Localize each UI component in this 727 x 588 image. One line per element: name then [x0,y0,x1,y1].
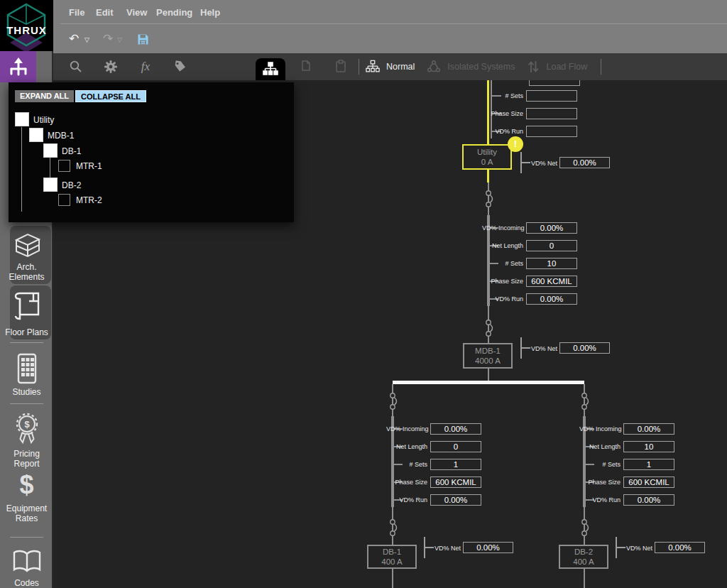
sets-label: # Sets [482,92,526,99]
vd-incoming-label: VD% Incoming [482,224,526,232]
net-length-field[interactable]: 0 [430,441,481,452]
menu-divider [60,23,727,24]
app-logo: THRUX [0,0,53,51]
vd-net-label: VD% Net [529,345,557,352]
phase-size-field[interactable]: 600 KCMIL [430,477,481,488]
isolated-systems-icon [427,60,441,74]
vd-run-field[interactable] [526,126,577,137]
sets-field[interactable] [526,90,577,102]
sets-field[interactable]: 10 [526,258,577,269]
clipped-field[interactable] [529,80,580,86]
db2-rating: 400 A [573,557,594,566]
vd-incoming-field[interactable]: 0.00% [623,423,674,435]
open-book-icon[interactable] [0,547,53,578]
phase-size-field[interactable]: 600 KCMIL [623,477,674,488]
vd-incoming-field[interactable]: 0.00% [430,423,481,435]
sidebar-divider [10,403,43,404]
db1-node[interactable]: DB-1 400 A [367,545,417,569]
normal-mode-icon[interactable] [366,60,380,74]
warning-badge[interactable]: ! [508,136,523,152]
vd-net-field[interactable]: 0.00% [655,542,705,553]
tree-checkbox-mtr2[interactable] [58,194,70,206]
vd-incoming-field[interactable]: 0.00% [526,222,577,234]
sets-label: # Sets [482,260,526,267]
sidebar-item-one-line-active[interactable] [0,51,36,82]
net-length-field[interactable]: 10 [623,441,674,452]
phase-size-label: Phase Size [482,110,526,117]
one-line-tree-tab-selected[interactable] [256,58,285,80]
logo-text: THRUX [0,24,53,36]
redo-icon: ↷ [103,31,113,46]
tree-checkbox-db2[interactable] [43,178,58,192]
breaker-symbol[interactable] [579,392,590,410]
mdb1-busbar[interactable] [393,381,584,384]
tag-icon[interactable] [166,53,193,80]
breaker-symbol[interactable] [483,319,494,337]
tree-checkbox-mdb1[interactable] [29,128,43,142]
mode-bar: Normal Isolated Systems Load Flow [359,53,601,80]
service-feeder-fields: # Sets Phase Size VD% Run [482,90,577,143]
sidebar-label-pricing-report: PricingReport [0,449,53,469]
vd-net-field[interactable]: 0.00% [559,157,610,168]
selected-feeder-line [487,170,489,183]
breaker-symbol[interactable] [387,518,398,537]
sets-field[interactable]: 1 [623,459,674,470]
tree-item-db1[interactable]: DB-1 [62,146,81,156]
mode-normal[interactable]: Normal [386,62,415,72]
vd-net-field[interactable]: 0.00% [559,342,610,354]
tree-checkbox-utility[interactable] [15,112,29,126]
mdb1-bus-riser [488,369,489,381]
menu-file[interactable]: File [69,7,84,18]
save-icon[interactable] [137,33,149,48]
db1-name: DB-1 [383,548,401,556]
search-icon[interactable] [62,53,89,80]
mdb1-node[interactable]: MDB-1 4000 A [463,343,513,369]
gear-icon[interactable] [97,53,124,80]
menu-view[interactable]: View [126,7,147,18]
floor-plan-icon [0,288,53,321]
menu-help[interactable]: Help [200,7,220,18]
tree-item-db2[interactable]: DB-2 [62,180,81,190]
calculator-icon[interactable] [0,352,53,385]
tree-item-mtr1[interactable]: MTR-1 [76,161,102,171]
paste-icon [327,53,354,80]
db2-node[interactable]: DB-2 400 A [559,545,608,569]
undo-icon[interactable]: ↶ [69,31,79,46]
phase-size-label: Phase Size [386,479,430,486]
expand-all-button[interactable]: EXPAND ALL [15,90,74,102]
phase-size-field[interactable] [526,108,577,119]
tree-checkbox-db1[interactable] [43,143,58,158]
db2-vd-net: VD% Net 0.00% [616,537,708,558]
menu-edit[interactable]: Edit [96,7,114,18]
tree-item-utility[interactable]: Utility [33,115,54,125]
vd-run-field[interactable]: 0.00% [526,293,577,305]
utility-vd-net: VD% Net 0.00% [520,152,613,173]
sets-field[interactable]: 1 [430,459,481,470]
db1-feeder-fields: VD% Incoming0.00% Net Length0 # Sets1 Ph… [386,423,481,512]
utility-node[interactable]: Utility 0 A [462,144,512,170]
phase-size-field[interactable]: 600 KCMIL [526,276,577,287]
db1-rating: 400 A [381,557,402,566]
tree-checkbox-mtr1[interactable] [58,160,70,172]
vd-run-field[interactable]: 0.00% [623,494,674,506]
dollar-icon[interactable]: $ [0,470,53,500]
price-badge-icon[interactable]: $ [0,412,53,449]
vd-run-field[interactable]: 0.00% [430,494,481,506]
mdb1-name: MDB-1 [475,347,501,355]
sets-label: # Sets [579,461,623,468]
formula-icon[interactable]: fx [132,53,159,80]
menu-pending[interactable]: Pending [156,7,192,18]
breaker-symbol[interactable] [387,392,398,410]
vd-net-field[interactable]: 0.00% [463,542,513,553]
breaker-symbol[interactable] [483,190,494,208]
net-length-field[interactable]: 0 [526,240,577,251]
tree-item-mdb1[interactable]: MDB-1 [48,131,74,141]
undo-dropdown-icon[interactable]: ▽ [84,36,89,43]
collapse-all-button[interactable]: COLLAPSE ALL [75,90,146,102]
db2-name: DB-2 [574,548,593,556]
mdb1-feeder-fields: VD% Incoming0.00% Net Length0 # Sets10 P… [482,222,577,311]
breaker-symbol[interactable] [579,518,590,537]
net-length-label: Net Length [579,443,623,450]
net-length-label: Net Length [386,443,430,450]
tree-item-mtr2[interactable]: MTR-2 [76,195,102,205]
